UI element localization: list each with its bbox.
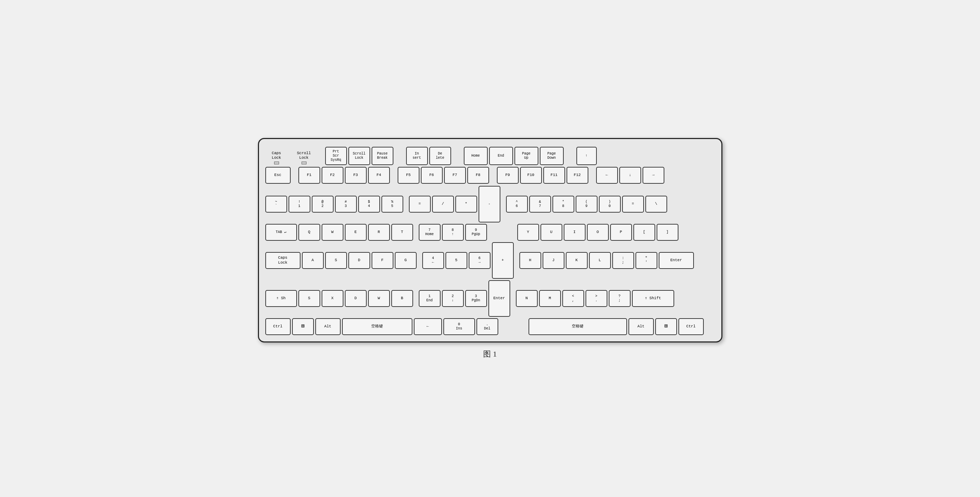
s-key[interactable]: S: [325, 252, 347, 269]
num1-key[interactable]: 1End: [419, 290, 441, 307]
f1-key[interactable]: F1: [298, 167, 320, 184]
space-left-key[interactable]: 空格键: [342, 318, 412, 335]
rbracket-key[interactable]: ]: [657, 224, 678, 241]
end-key[interactable]: End: [489, 147, 513, 165]
space-right-key[interactable]: 空格键: [528, 318, 627, 335]
d2-key[interactable]: D: [345, 290, 367, 307]
w-key[interactable]: W: [321, 224, 344, 241]
f11-key[interactable]: F11: [543, 167, 565, 184]
page-up-key[interactable]: PageUp: [514, 147, 538, 165]
keq2-key[interactable]: =: [622, 196, 644, 213]
alt-left-key[interactable]: Alt: [315, 318, 340, 335]
f-key[interactable]: F: [372, 252, 393, 269]
b-key[interactable]: B: [391, 290, 413, 307]
enter-key[interactable]: Enter: [659, 252, 694, 269]
k7-key[interactable]: &7: [529, 196, 551, 213]
num-equal-key[interactable]: =: [409, 196, 431, 213]
a-key[interactable]: A: [302, 252, 324, 269]
num-minus-key[interactable]: -: [479, 186, 500, 223]
s2-key[interactable]: S: [298, 290, 320, 307]
ctrl-left-key[interactable]: Ctrl: [265, 318, 291, 335]
l-key[interactable]: L: [589, 252, 611, 269]
prt-scr-key[interactable]: PrtScrSysRq: [325, 147, 347, 165]
f10-key[interactable]: F10: [520, 167, 542, 184]
num-asterisk-key[interactable]: *: [455, 196, 477, 213]
numpad-enter-key[interactable]: Enter: [488, 280, 510, 317]
shift-right-key[interactable]: ⇑ Shift: [632, 290, 674, 307]
q-key[interactable]: Q: [298, 224, 320, 241]
arrow-up-key-top[interactable]: ↑: [576, 147, 597, 165]
num3-key[interactable]: 3PgDn: [465, 290, 487, 307]
x-key[interactable]: X: [321, 290, 344, 307]
d-key[interactable]: D: [348, 252, 370, 269]
f2-key[interactable]: F2: [321, 167, 344, 184]
numdot-key[interactable]: .Del: [476, 318, 498, 335]
k9-key[interactable]: (9: [576, 196, 598, 213]
t-key[interactable]: T: [391, 224, 413, 241]
w2-key[interactable]: W: [368, 290, 390, 307]
arrow-left-key[interactable]: ←: [596, 167, 618, 184]
p-key[interactable]: P: [610, 224, 632, 241]
home-key[interactable]: Home: [464, 147, 488, 165]
esc-key[interactable]: Esc: [265, 167, 291, 184]
insert-key[interactable]: Insert: [406, 147, 428, 165]
f12-key[interactable]: F12: [566, 167, 589, 184]
k-key[interactable]: K: [566, 252, 588, 269]
i-key[interactable]: I: [564, 224, 585, 241]
num9-key[interactable]: 9PgUp: [465, 224, 487, 241]
pause-break-key[interactable]: PauseBreak: [372, 147, 393, 165]
page-down-key[interactable]: PageDown: [540, 147, 564, 165]
y-key[interactable]: Y: [517, 224, 539, 241]
num0-key[interactable]: 0Ins: [443, 318, 475, 335]
n-key[interactable]: N: [516, 290, 538, 307]
k4-key[interactable]: $4: [358, 196, 380, 213]
k6-key[interactable]: ^6: [506, 196, 528, 213]
num7-key[interactable]: 7Home: [419, 224, 441, 241]
arrow-right-key[interactable]: →: [643, 167, 664, 184]
quote-key[interactable]: "': [635, 252, 657, 269]
win-left-key[interactable]: ⊞: [292, 318, 314, 335]
delete-key[interactable]: Delete: [429, 147, 451, 165]
f3-key[interactable]: F3: [345, 167, 367, 184]
ctrl-right-key[interactable]: Ctrl: [678, 318, 704, 335]
k1-key[interactable]: !1: [288, 196, 310, 213]
shift-left-key[interactable]: ⇑ Sh: [265, 290, 297, 307]
f9-key[interactable]: F9: [497, 167, 519, 184]
j-key[interactable]: J: [542, 252, 565, 269]
alt-right-key[interactable]: Alt: [628, 318, 654, 335]
num5-key[interactable]: 5: [445, 252, 467, 269]
period-key[interactable]: >.: [585, 290, 607, 307]
f4-key[interactable]: F4: [368, 167, 390, 184]
m-key[interactable]: M: [539, 290, 561, 307]
arrow-down-key[interactable]: ↓: [619, 167, 641, 184]
comma-key[interactable]: <,: [562, 290, 584, 307]
scroll-lock-key[interactable]: ScrollLock: [348, 147, 370, 165]
num-slash-key[interactable]: /: [432, 196, 454, 213]
lbracket-key[interactable]: [: [633, 224, 655, 241]
backslash-key[interactable]: \: [645, 196, 667, 213]
num6-key[interactable]: 6→: [469, 252, 490, 269]
r-key[interactable]: R: [368, 224, 390, 241]
num2-key[interactable]: 2↓: [442, 290, 464, 307]
g-key[interactable]: G: [395, 252, 417, 269]
arr-left-key[interactable]: ←: [414, 318, 442, 335]
h-key[interactable]: H: [519, 252, 541, 269]
num4-key[interactable]: 4←: [422, 252, 444, 269]
num-plus-key[interactable]: +: [492, 242, 514, 279]
k3-key[interactable]: #3: [335, 196, 357, 213]
o-key[interactable]: O: [587, 224, 609, 241]
f7-key[interactable]: F7: [444, 167, 466, 184]
k2-key[interactable]: @2: [312, 196, 334, 213]
k5-key[interactable]: %5: [382, 196, 403, 213]
qmark-key[interactable]: ?;: [609, 290, 631, 307]
f8-key[interactable]: F8: [467, 167, 489, 184]
win-right-key[interactable]: ⊞: [655, 318, 677, 335]
e-key[interactable]: E: [345, 224, 367, 241]
caps-lock-key[interactable]: CapsLock: [265, 252, 301, 269]
f5-key[interactable]: F5: [398, 167, 420, 184]
u-key[interactable]: U: [541, 224, 562, 241]
f6-key[interactable]: F6: [421, 167, 443, 184]
num8-key[interactable]: 8↑: [442, 224, 464, 241]
tab-key[interactable]: TAB ↵: [265, 224, 297, 241]
semi-key[interactable]: :;: [612, 252, 634, 269]
